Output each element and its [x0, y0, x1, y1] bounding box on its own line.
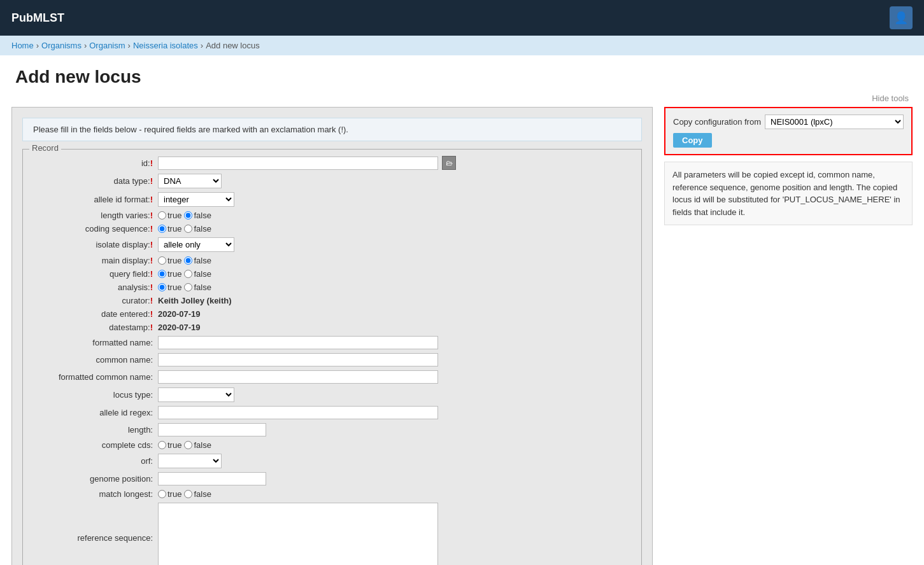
analysis-true-label[interactable]: true	[158, 282, 181, 292]
match-longest-true-radio[interactable]	[158, 490, 166, 498]
length-varies-false-label[interactable]: false	[184, 211, 211, 220]
genome-position-input[interactable]	[158, 472, 266, 485]
length-control	[158, 423, 634, 436]
allele-id-regex-input[interactable]	[158, 406, 438, 419]
breadcrumb-current: Add new locus	[206, 41, 260, 50]
allele-id-format-select[interactable]: integer text	[158, 192, 234, 207]
hide-tools-button[interactable]: Hide tools	[0, 94, 924, 107]
datestamp-value: 2020-07-19	[158, 323, 201, 332]
allele-id-format-control: integer text	[158, 192, 634, 207]
breadcrumb-organisms[interactable]: Organisms	[41, 41, 82, 50]
page-title: Add new locus	[0, 55, 924, 94]
breadcrumb-home[interactable]: Home	[11, 41, 34, 50]
length-varies-control: true false	[158, 211, 634, 220]
formatted-name-input[interactable]	[158, 336, 438, 349]
common-name-input[interactable]	[158, 353, 438, 366]
complete-cds-radios: true false	[158, 440, 211, 450]
query-field-false-label[interactable]: false	[184, 269, 211, 279]
isolate-display-select[interactable]: allele only sequence both hide	[158, 237, 234, 252]
main-display-row: main display:! true false	[31, 256, 634, 265]
length-varies-true-radio[interactable]	[158, 211, 166, 220]
date-entered-value: 2020-07-19	[158, 309, 201, 319]
copy-info-text: All parameters will be copied except id,…	[664, 162, 913, 225]
complete-cds-true-radio[interactable]	[158, 441, 166, 449]
main-display-true-label[interactable]: true	[158, 256, 181, 265]
datestamp-row: datestamp:! 2020-07-19	[31, 323, 634, 332]
genome-position-row: genome position:	[31, 472, 634, 485]
data-type-control: DNA peptide	[158, 174, 634, 188]
query-field-true-radio[interactable]	[158, 270, 166, 278]
complete-cds-false-label[interactable]: false	[184, 440, 211, 450]
info-bar: Please fill in the fields below - requir…	[22, 118, 642, 141]
query-field-true-label[interactable]: true	[158, 269, 181, 279]
complete-cds-true-label[interactable]: true	[158, 440, 181, 450]
main-display-radios: true false	[158, 256, 211, 265]
match-longest-row: match longest: true false	[31, 489, 634, 499]
coding-sequence-label: coding sequence:!	[31, 224, 158, 234]
reference-sequence-textarea[interactable]	[158, 503, 438, 565]
formatted-name-label: formatted name:	[31, 338, 158, 347]
match-longest-true-label[interactable]: true	[158, 489, 181, 499]
isolate-display-label: isolate display:!	[31, 240, 158, 249]
complete-cds-false-radio[interactable]	[184, 441, 192, 449]
complete-cds-row: complete cds: true false	[31, 440, 634, 450]
length-varies-false-radio[interactable]	[184, 211, 192, 220]
copy-config-box: Copy configuration from NEIS0001 (lpxC) …	[664, 107, 913, 155]
match-longest-control: true false	[158, 489, 634, 499]
query-field-row: query field:! true false	[31, 269, 634, 279]
coding-sequence-control: true false	[158, 224, 634, 234]
formatted-name-row: formatted name:	[31, 336, 634, 349]
orf-select[interactable]: 1 2 3 4 5 6	[158, 454, 222, 468]
id-label: id:!	[31, 158, 158, 168]
data-type-select[interactable]: DNA peptide	[158, 174, 222, 188]
main-content: Please fill in the fields below - requir…	[0, 107, 924, 565]
analysis-false-label[interactable]: false	[184, 282, 211, 292]
analysis-false-radio[interactable]	[184, 283, 192, 291]
complete-cds-label: complete cds:	[31, 440, 158, 450]
breadcrumb-organism[interactable]: Organism	[89, 41, 125, 50]
hide-tools-label: Hide tools	[872, 94, 909, 103]
topbar: PubMLST 👤	[0, 0, 924, 36]
id-input[interactable]	[158, 157, 438, 170]
main-display-false-radio[interactable]	[184, 256, 192, 265]
match-longest-false-radio[interactable]	[184, 490, 192, 498]
id-control-wrap: 🗁	[158, 156, 634, 170]
length-input[interactable]	[158, 423, 266, 436]
length-varies-true-label[interactable]: true	[158, 211, 181, 220]
common-name-label: common name:	[31, 355, 158, 365]
db-icon[interactable]: 🗁	[442, 156, 456, 170]
match-longest-false-label[interactable]: false	[184, 489, 211, 499]
orf-row: orf: 1 2 3 4 5 6	[31, 454, 634, 468]
common-name-control	[158, 353, 634, 366]
analysis-true-radio[interactable]	[158, 283, 166, 291]
coding-sequence-row: coding sequence:! true false	[31, 224, 634, 234]
coding-sequence-false-label[interactable]: false	[184, 224, 211, 234]
datestamp-control: 2020-07-19	[158, 323, 634, 332]
formatted-common-name-input[interactable]	[158, 370, 438, 384]
copy-config-select[interactable]: NEIS0001 (lpxC) NEIS0002 NEIS0003	[765, 115, 904, 129]
user-icon[interactable]: 👤	[890, 6, 913, 29]
coding-sequence-false-radio[interactable]	[184, 225, 192, 233]
allele-id-format-row: allele id format:! integer text	[31, 192, 634, 207]
main-display-true-radio[interactable]	[158, 256, 166, 265]
main-display-false-label[interactable]: false	[184, 256, 211, 265]
analysis-label: analysis:!	[31, 282, 158, 292]
isolate-display-row: isolate display:! allele only sequence b…	[31, 237, 634, 252]
curator-row: curator:! Keith Jolley (keith)	[31, 296, 634, 305]
coding-sequence-true-label[interactable]: true	[158, 224, 181, 234]
date-entered-control: 2020-07-19	[158, 309, 634, 319]
breadcrumb-neisseria[interactable]: Neisseria isolates	[133, 41, 198, 50]
copy-button[interactable]: Copy	[673, 133, 712, 148]
locus-type-select[interactable]: complete partial	[158, 387, 234, 402]
analysis-row: analysis:! true false	[31, 282, 634, 292]
app-title: PubMLST	[11, 11, 64, 25]
coding-sequence-radios: true false	[158, 224, 211, 234]
locus-type-control: complete partial	[158, 387, 634, 402]
curator-label: curator:!	[31, 296, 158, 305]
isolate-display-control: allele only sequence both hide	[158, 237, 634, 252]
common-name-row: common name:	[31, 353, 634, 366]
breadcrumb-sep-1: ›	[36, 41, 39, 50]
query-field-false-radio[interactable]	[184, 270, 192, 278]
coding-sequence-true-radio[interactable]	[158, 225, 166, 233]
locus-type-label: locus type:	[31, 390, 158, 400]
